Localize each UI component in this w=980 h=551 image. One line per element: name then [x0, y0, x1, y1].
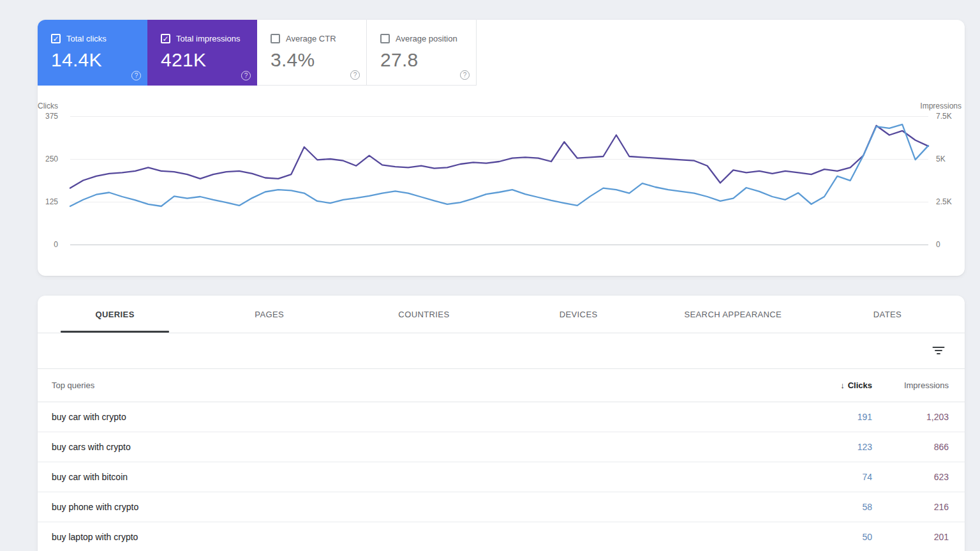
- clicks-column-header[interactable]: ↓Clicks: [780, 381, 872, 390]
- help-icon[interactable]: ?: [460, 70, 470, 80]
- clicks-cell: 74: [780, 472, 872, 482]
- metric-value: 14.4K: [51, 49, 147, 71]
- help-icon[interactable]: ?: [241, 71, 251, 80]
- clicks-cell: 191: [780, 412, 872, 422]
- tab-devices[interactable]: DEVICES: [501, 296, 656, 333]
- metric-card-total-clicks[interactable]: ✓ Total clicks 14.4K ?: [38, 20, 147, 86]
- tab-dates[interactable]: DATES: [810, 296, 965, 333]
- left-axis-title: Clicks: [38, 102, 58, 110]
- metric-card-total-impressions[interactable]: ✓ Total impressions 421K ?: [147, 20, 257, 86]
- metric-cards-row: ✓ Total clicks 14.4K ? ✓ Total impressio…: [38, 20, 965, 86]
- x-axis-line: [70, 245, 928, 245]
- table-row[interactable]: buy laptop with crypto 50 201: [38, 522, 965, 551]
- metric-value: 3.4%: [271, 49, 366, 71]
- tab-countries[interactable]: COUNTRIES: [346, 296, 501, 333]
- table-row[interactable]: buy cars with crypto 123 866: [38, 432, 965, 462]
- metric-value: 421K: [161, 49, 257, 71]
- left-axis-tick: 375: [45, 112, 58, 120]
- query-cell[interactable]: buy car with bitcoin: [38, 472, 780, 482]
- metric-label: Total clicks: [66, 34, 107, 43]
- metric-label: Total impressions: [176, 34, 240, 43]
- top-queries-header: Top queries: [38, 381, 780, 390]
- clicks-cell: 58: [780, 502, 872, 512]
- checkbox-checked-icon[interactable]: ✓: [51, 34, 61, 43]
- line-chart-plot-area[interactable]: Clicks Impressions 375 250 125 0 7.5K 5K…: [70, 116, 928, 245]
- chart-line-impressions: [70, 126, 928, 188]
- performance-table-card: QUERIES PAGES COUNTRIES DEVICES SEARCH A…: [38, 296, 965, 551]
- table-row[interactable]: buy car with bitcoin 74 623: [38, 462, 965, 492]
- tab-queries[interactable]: QUERIES: [38, 296, 192, 333]
- clicks-cell: 123: [780, 442, 872, 452]
- metric-card-average-ctr[interactable]: Average CTR 3.4% ?: [257, 20, 367, 86]
- table-header-row: Top queries ↓Clicks Impressions: [38, 369, 965, 402]
- table-toolbar: [38, 333, 965, 369]
- right-axis-title: Impressions: [891, 102, 961, 110]
- metric-value: 27.8: [380, 49, 476, 71]
- query-cell[interactable]: buy cars with crypto: [38, 442, 780, 452]
- left-axis-tick: 250: [45, 155, 58, 163]
- query-cell[interactable]: buy car with crypto: [38, 412, 780, 422]
- query-cell[interactable]: buy laptop with crypto: [38, 532, 780, 542]
- performance-chart-card: ✓ Total clicks 14.4K ? ✓ Total impressio…: [38, 20, 965, 276]
- help-icon[interactable]: ?: [131, 71, 141, 80]
- query-cell[interactable]: buy phone with crypto: [38, 502, 780, 512]
- metric-label: Average position: [396, 34, 457, 43]
- tab-search-appearance[interactable]: SEARCH APPEARANCE: [656, 296, 810, 333]
- dimension-tabs: QUERIES PAGES COUNTRIES DEVICES SEARCH A…: [38, 296, 965, 333]
- left-axis-tick: 125: [45, 198, 58, 206]
- right-axis-tick: 7.5K: [936, 112, 952, 120]
- impressions-cell: 1,203: [872, 412, 965, 422]
- filter-list-icon[interactable]: [932, 347, 944, 356]
- impressions-column-header[interactable]: Impressions: [872, 381, 965, 390]
- checkbox-checked-icon[interactable]: ✓: [161, 34, 170, 43]
- impressions-cell: 216: [872, 502, 965, 512]
- clicks-cell: 50: [780, 532, 872, 542]
- metric-label: Average CTR: [286, 34, 336, 43]
- checkbox-unchecked-icon[interactable]: [271, 34, 280, 43]
- table-row[interactable]: buy phone with crypto 58 216: [38, 492, 965, 522]
- table-row[interactable]: buy car with crypto 191 1,203: [38, 402, 965, 432]
- checkbox-unchecked-icon[interactable]: [380, 34, 390, 43]
- right-axis-tick: 0: [936, 241, 940, 248]
- chart-line-clicks: [70, 125, 928, 206]
- left-axis-tick: 0: [54, 241, 58, 248]
- sort-arrow-down-icon: ↓: [840, 381, 845, 390]
- impressions-cell: 866: [872, 442, 965, 452]
- impressions-cell: 201: [872, 532, 965, 542]
- line-chart-svg: [70, 116, 928, 245]
- metric-card-average-position[interactable]: Average position 27.8 ?: [367, 20, 477, 86]
- impressions-cell: 623: [872, 472, 965, 482]
- right-axis-tick: 5K: [936, 155, 946, 163]
- help-icon[interactable]: ?: [350, 70, 360, 80]
- tab-pages[interactable]: PAGES: [192, 296, 346, 333]
- right-axis-tick: 2.5K: [936, 198, 952, 206]
